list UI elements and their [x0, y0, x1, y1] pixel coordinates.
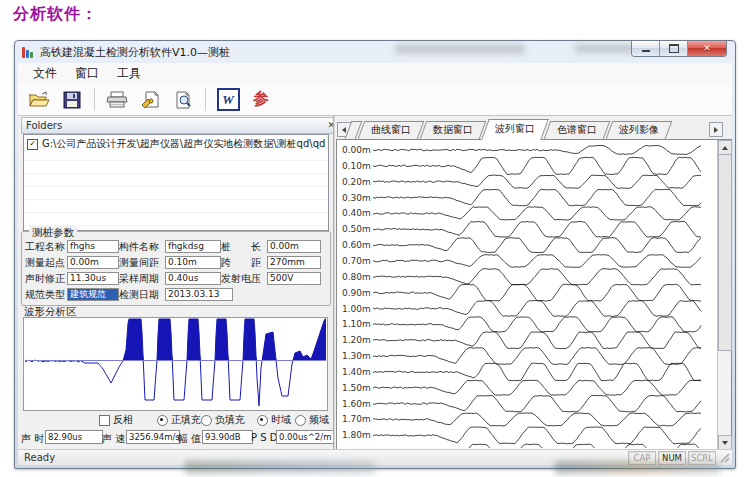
- voltage-field[interactable]: 500V: [267, 272, 321, 285]
- title-bar[interactable]: 高铁建混凝土检测分析软件V1.0—测桩 ✕: [15, 41, 735, 63]
- invert-label: 反相: [113, 413, 133, 427]
- resize-grip[interactable]: [718, 451, 731, 464]
- analysis-waveform: [25, 318, 326, 408]
- folder-item[interactable]: ✓ G:\公司产品设计开发\超声仪器\超声仪实地检测数据\测桩qd\qd03\q…: [24, 135, 328, 153]
- sample-period-label: 采样周期: [119, 272, 165, 286]
- left-arrow-icon: [342, 127, 346, 133]
- folders-list[interactable]: ✓ G:\公司产品设计开发\超声仪器\超声仪实地检测数据\测桩qd\qd03\q…: [23, 134, 329, 231]
- psd-label: P S D: [251, 432, 277, 443]
- parameters-button[interactable]: 参: [248, 87, 274, 112]
- project-name-label: 工程名称: [25, 240, 67, 254]
- parameters-icon: 参: [253, 89, 269, 110]
- wave-trace: [373, 301, 701, 317]
- start-point-field[interactable]: 0.00m: [67, 256, 119, 269]
- print-preview-button[interactable]: [170, 87, 196, 112]
- fill-negative-radio[interactable]: 负填充: [201, 413, 245, 427]
- interval-field[interactable]: 0.10m: [165, 256, 221, 269]
- pile-length-field[interactable]: 0.00m: [267, 240, 321, 253]
- wave-trace: [373, 189, 701, 206]
- vertical-scrollbar[interactable]: [717, 140, 731, 450]
- scroll-up-button[interactable]: [718, 140, 732, 155]
- time-correction-field[interactable]: 11.30us: [67, 272, 119, 285]
- voltage-label: 发射电压: [221, 272, 267, 286]
- tab-label: 数据窗口: [423, 121, 483, 139]
- tab-wave-image[interactable]: 波列影像: [609, 121, 669, 139]
- wave-analysis-box[interactable]: [23, 317, 328, 411]
- amplitude-field[interactable]: 93.90dB: [202, 430, 253, 444]
- wave-trace: [373, 395, 701, 412]
- menu-file[interactable]: 文件: [24, 63, 66, 84]
- close-button[interactable]: ✕: [688, 41, 726, 56]
- invert-checkbox[interactable]: 反相: [99, 413, 133, 427]
- window-title: 高铁建混凝土检测分析软件V1.0—测桩: [40, 45, 230, 60]
- fill-negative-label: 负填充: [215, 413, 245, 427]
- psd-field[interactable]: 0.00us^2/m: [276, 430, 334, 444]
- freq-domain-radio[interactable]: 频域: [295, 413, 329, 427]
- time-domain-label: 时域: [271, 413, 291, 427]
- analysis-controls: 反相 正填充 负填充 时域 频域: [19, 413, 329, 426]
- open-file-button[interactable]: [26, 87, 52, 112]
- background-artifact: [395, 44, 525, 54]
- menu-tools[interactable]: 工具: [108, 63, 150, 84]
- print-preview-icon: [173, 91, 193, 109]
- fill-positive-radio[interactable]: 正填充: [157, 413, 201, 427]
- standard-type-field[interactable]: 建筑规范: [67, 288, 119, 301]
- project-name-field[interactable]: fhghs: [67, 240, 119, 253]
- wave-trace: [373, 332, 701, 349]
- scroll-down-button[interactable]: [718, 435, 732, 450]
- sound-time-field[interactable]: 82.90us: [45, 430, 103, 444]
- pile-params-grid: 工程名称 fhghs 构件名称 fhgkdsg 桩 长 0.00m 测量起点 0…: [25, 240, 327, 301]
- scrollbar-thumb[interactable]: [718, 154, 732, 351]
- tab-curve-window[interactable]: 曲线窗口: [361, 121, 421, 139]
- background-artifact: [575, 44, 635, 53]
- maximize-button[interactable]: [660, 41, 688, 56]
- sound-time-label: 声 时: [21, 432, 44, 446]
- client-area: Folders ✕ ✓ G:\公司产品设计开发\超声仪器\超声仪实地检测数据\测…: [18, 115, 732, 450]
- radio-icon: [157, 415, 168, 426]
- minimize-button[interactable]: [632, 41, 660, 56]
- export-word-button[interactable]: W: [215, 87, 241, 112]
- print-setup-button[interactable]: [137, 87, 163, 112]
- component-name-field[interactable]: fhgkdsg: [165, 240, 221, 253]
- time-domain-radio[interactable]: 时域: [257, 413, 291, 427]
- wave-trace: [373, 444, 701, 448]
- page-title: 分析软件：: [13, 4, 98, 25]
- wave-train-area[interactable]: 0.00m0.10m0.20m0.30m0.40m0.50m0.60m0.70m…: [336, 139, 732, 451]
- close-icon: ✕: [703, 44, 711, 53]
- wave-trace: [373, 363, 701, 381]
- test-date-field[interactable]: 2013.03.13: [165, 288, 233, 301]
- test-date-label: 检测日期: [119, 288, 165, 302]
- tab-wave-train-window[interactable]: 波列窗口: [485, 119, 545, 140]
- app-window: 高铁建混凝土检测分析软件V1.0—测桩 ✕ 文件 窗口 工具: [14, 40, 736, 469]
- tab-scroll-right-button[interactable]: [709, 122, 723, 137]
- save-button[interactable]: [59, 87, 85, 112]
- pile-params-group: 测桩参数 工程名称 fhghs 构件名称 fhgkdsg 桩 长 0.00m 测…: [21, 231, 331, 306]
- scroll-lock-indicator: SCRL: [688, 451, 716, 465]
- sound-velocity-field[interactable]: 3256.94m/s: [126, 430, 180, 444]
- wave-trace: [373, 348, 701, 365]
- menu-window[interactable]: 窗口: [66, 63, 108, 84]
- toolbar-separator: [205, 88, 206, 111]
- span-label: 跨 距: [221, 256, 267, 270]
- folder-checkbox[interactable]: ✓: [27, 139, 38, 150]
- span-field[interactable]: 270mm: [267, 256, 321, 269]
- wave-trace: [373, 413, 701, 426]
- start-point-label: 测量起点: [25, 256, 67, 270]
- wave-trace: [373, 380, 701, 395]
- word-icon: W: [217, 88, 240, 111]
- wave-trace: [373, 269, 701, 285]
- right-arrow-icon: [714, 127, 718, 133]
- tab-spectrum-window[interactable]: 色谱窗口: [547, 121, 607, 139]
- radio-icon: [257, 415, 268, 426]
- wave-trace: [373, 222, 701, 238]
- print-button[interactable]: [104, 87, 130, 112]
- folders-panel-title: Folders: [26, 120, 62, 131]
- standard-type-label: 规范类型: [25, 288, 67, 302]
- tab-label: 波列窗口: [485, 119, 545, 139]
- sample-period-field[interactable]: 0.40us: [165, 272, 221, 285]
- minimize-icon: [642, 50, 650, 52]
- tab-data-window[interactable]: 数据窗口: [423, 121, 483, 139]
- save-icon: [63, 91, 81, 109]
- folders-panel-header[interactable]: Folders ✕: [21, 117, 340, 134]
- status-message: Ready: [18, 452, 628, 463]
